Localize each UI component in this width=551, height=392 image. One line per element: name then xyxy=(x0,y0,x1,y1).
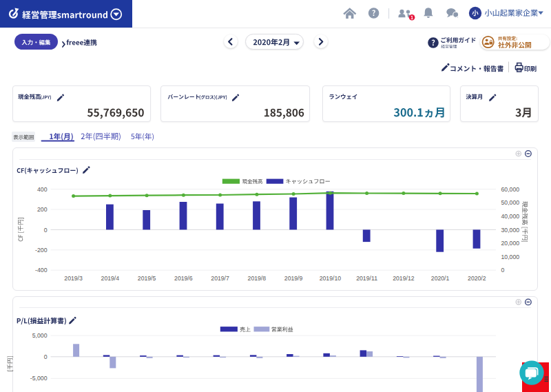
svg-text:2019/9: 2019/9 xyxy=(284,275,303,282)
svg-text:50,000: 50,000 xyxy=(501,199,520,206)
svg-text:-400: -400 xyxy=(35,267,48,274)
svg-text:30,000: 30,000 xyxy=(501,227,520,234)
svg-text:2019/8: 2019/8 xyxy=(248,275,267,282)
svg-text:2020/1: 2020/1 xyxy=(431,275,450,282)
svg-text:-5,000: -5,000 xyxy=(30,375,48,382)
svg-text:2020/2: 2020/2 xyxy=(468,275,486,282)
svg-text:2019/5: 2019/5 xyxy=(138,275,156,282)
svg-text:2019/7: 2019/7 xyxy=(211,275,229,282)
svg-text:5,000: 5,000 xyxy=(32,332,48,339)
svg-text:0: 0 xyxy=(44,227,48,234)
svg-text:10,000: 10,000 xyxy=(501,254,520,260)
svg-text:2019/3: 2019/3 xyxy=(64,275,83,282)
svg-text:60,000: 60,000 xyxy=(501,186,520,193)
svg-text:-200: -200 xyxy=(35,247,48,254)
svg-text:2019/4: 2019/4 xyxy=(101,275,120,282)
svg-text:0: 0 xyxy=(501,267,505,274)
svg-text:20,000: 20,000 xyxy=(501,240,520,247)
svg-text:40,000: 40,000 xyxy=(501,213,520,220)
svg-text:2019/6: 2019/6 xyxy=(174,275,193,282)
svg-text:2019/12: 2019/12 xyxy=(393,275,415,282)
svg-text:200: 200 xyxy=(37,206,48,213)
svg-text:2019/10: 2019/10 xyxy=(320,275,342,282)
svg-text:2019/11: 2019/11 xyxy=(356,275,377,282)
svg-text:0: 0 xyxy=(44,353,48,360)
svg-text:400: 400 xyxy=(37,186,48,193)
